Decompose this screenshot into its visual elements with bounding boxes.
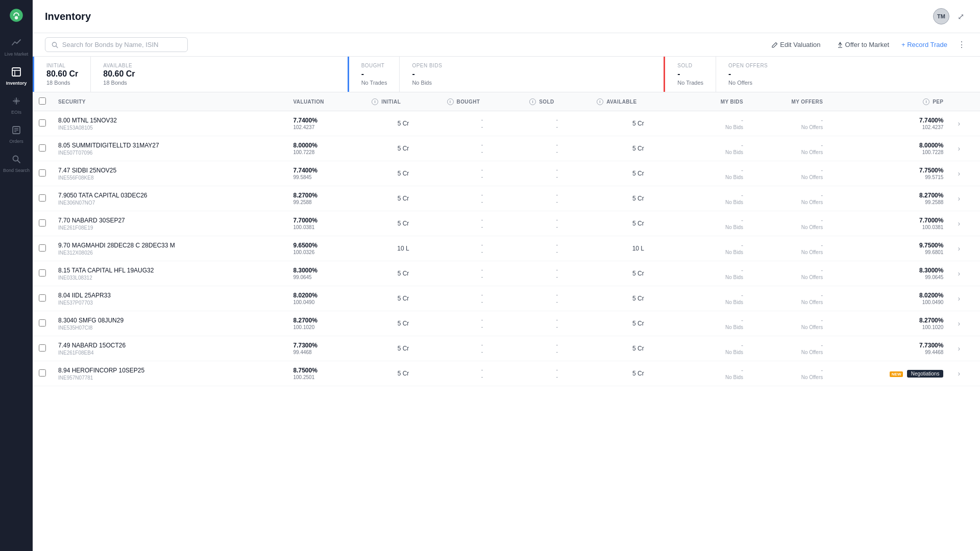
table-row[interactable]: 7.70 NABARD 30SEP27 INE261F08E19 7.7000%… [33,211,980,236]
table-row[interactable]: 7.47 SIDBI 25NOV25 INE556F08KE8 7.7400% … [33,161,980,186]
available-cell: 5 Cr [591,186,685,211]
stats-initial: INITIAL 80.60 Cr 18 Bonds [33,57,91,92]
select-all-header[interactable] [33,92,52,111]
row-checkbox-11[interactable] [39,369,46,377]
row-expand-icon[interactable]: › [955,119,960,128]
sidebar-item-eois[interactable]: EOIs [0,91,33,120]
my-offers-cell: - No Offers [749,361,829,386]
row-expand-icon[interactable]: › [955,169,960,178]
row-checkbox-cell[interactable] [33,111,52,136]
row-arrow-cell[interactable]: › [949,111,980,136]
row-checkbox-cell[interactable] [33,161,52,186]
search-box[interactable] [45,37,188,52]
my-bids-cell: - No Bids [686,361,749,386]
row-expand-icon[interactable]: › [955,369,960,378]
row-checkbox-1[interactable] [39,119,46,127]
row-checkbox-2[interactable] [39,144,46,152]
pep-price: 99.2588 [835,199,943,205]
row-arrow-cell[interactable]: › [949,286,980,311]
row-arrow-cell[interactable]: › [949,361,980,386]
bond-search-icon [11,154,21,166]
offer-to-market-button[interactable]: Offer to Market [833,39,893,51]
row-expand-icon[interactable]: › [955,269,960,278]
row-expand-icon[interactable]: › [955,144,960,153]
sold-cell: - - [523,361,591,386]
security-name: 9.70 MAGMAHDI 28DEC28 C 28DEC33 M [58,242,281,249]
main-content: Inventory TM ⤢ Edit Valuation [33,0,980,551]
row-checkbox-5[interactable] [39,219,46,227]
available-cell: 5 Cr [591,311,685,336]
security-cell: 8.3040 SMFG 08JUN29 INE535H07CI8 [52,311,287,336]
valuation-pct: 7.7300% [293,342,360,349]
table-row[interactable]: 7.49 NABARD 15OCT26 INE261F08EB4 7.7300%… [33,336,980,361]
row-checkbox-cell[interactable] [33,211,52,236]
row-checkbox-cell[interactable] [33,286,52,311]
expand-icon[interactable]: ⤢ [953,9,968,23]
table-row[interactable]: 8.04 IIDL 25APR33 INE537P07703 8.0200% 1… [33,286,980,311]
select-all-checkbox[interactable] [39,97,46,105]
row-expand-icon[interactable]: › [955,244,960,253]
row-checkbox-7[interactable] [39,269,46,277]
sold-cell: - - [523,336,591,361]
table-row[interactable]: 8.15 TATA CAPITAL HFL 19AUG32 INE033L083… [33,261,980,286]
row-expand-icon[interactable]: › [955,194,960,203]
security-name: 7.49 NABARD 15OCT26 [58,342,281,349]
initial-cell: 5 Cr [365,211,440,236]
row-checkbox-cell[interactable] [33,236,52,261]
row-checkbox-cell[interactable] [33,261,52,286]
row-arrow-cell[interactable]: › [949,211,980,236]
pep-pct: 7.7400% [835,117,943,124]
row-checkbox-8[interactable] [39,294,46,302]
sidebar-item-bond-search[interactable]: Bond Search [0,149,33,178]
row-checkbox-cell[interactable] [33,361,52,386]
row-checkbox-cell[interactable] [33,336,52,361]
row-arrow-cell[interactable]: › [949,136,980,161]
row-checkbox-10[interactable] [39,344,46,352]
row-expand-icon[interactable]: › [955,319,960,328]
row-arrow-cell[interactable]: › [949,261,980,286]
row-checkbox-6[interactable] [39,244,46,252]
col-valuation: VALUATION [287,92,366,111]
table-row[interactable]: 8.05 SUMMITDIGITELLTD 31MAY27 INE507T070… [33,136,980,161]
row-expand-icon[interactable]: › [955,219,960,228]
my-offers-cell: - No Offers [749,261,829,286]
pep-price: 100.1020 [835,324,943,330]
table-row[interactable]: 8.3040 SMFG 08JUN29 INE535H07CI8 8.2700%… [33,311,980,336]
row-arrow-cell[interactable]: › [949,236,980,261]
row-checkbox-3[interactable] [39,169,46,177]
pep-cell: 8.2700% 99.2588 [829,186,949,211]
sold-sub: No Trades [677,80,703,86]
table-row[interactable]: 8.94 HEROFINCORP 10SEP25 INE957N07781 8.… [33,361,980,386]
new-badge: NEW [890,371,903,377]
row-expand-icon[interactable]: › [955,294,960,303]
row-arrow-cell[interactable]: › [949,336,980,361]
avatar[interactable]: TM [933,8,949,24]
row-arrow-cell[interactable]: › [949,161,980,186]
row-checkbox-cell[interactable] [33,311,52,336]
record-trade-button[interactable]: + Record Trade [901,41,947,48]
row-checkbox-cell[interactable] [33,136,52,161]
edit-valuation-button[interactable]: Edit Valuation [768,39,824,51]
row-checkbox-9[interactable] [39,319,46,327]
row-checkbox-4[interactable] [39,194,46,202]
search-input[interactable] [62,41,181,48]
row-arrow-cell[interactable]: › [949,311,980,336]
sidebar-item-orders[interactable]: Orders [0,120,33,149]
table-row[interactable]: 7.9050 TATA CAPITAL 03DEC26 INE306N07NO7… [33,186,980,211]
header-right: TM ⤢ [933,8,968,24]
sidebar-item-live-market-label: Live Market [5,52,29,57]
table-row[interactable]: 9.70 MAGMAHDI 28DEC28 C 28DEC33 M INE312… [33,236,980,261]
security-cell: 7.47 SIDBI 25NOV25 INE556F08KE8 [52,161,287,186]
table-row[interactable]: 8.00 MTNL 15NOV32 INE153A08105 7.7400% 1… [33,111,980,136]
stats-available: AVAILABLE 80.60 Cr 18 Bonds [91,57,147,92]
security-name: 8.3040 SMFG 08JUN29 [58,317,281,324]
row-arrow-cell[interactable]: › [949,186,980,211]
initial-value: 80.60 Cr [46,69,78,79]
pep-cell: 7.7400% 102.4237 [829,111,949,136]
sidebar-item-inventory[interactable]: Inventory [0,62,33,91]
initial-cell: 10 L [365,236,440,261]
row-expand-icon[interactable]: › [955,344,960,353]
more-options-button[interactable]: ⋮ [955,38,968,52]
sidebar-item-live-market[interactable]: Live Market [0,33,33,62]
row-checkbox-cell[interactable] [33,186,52,211]
